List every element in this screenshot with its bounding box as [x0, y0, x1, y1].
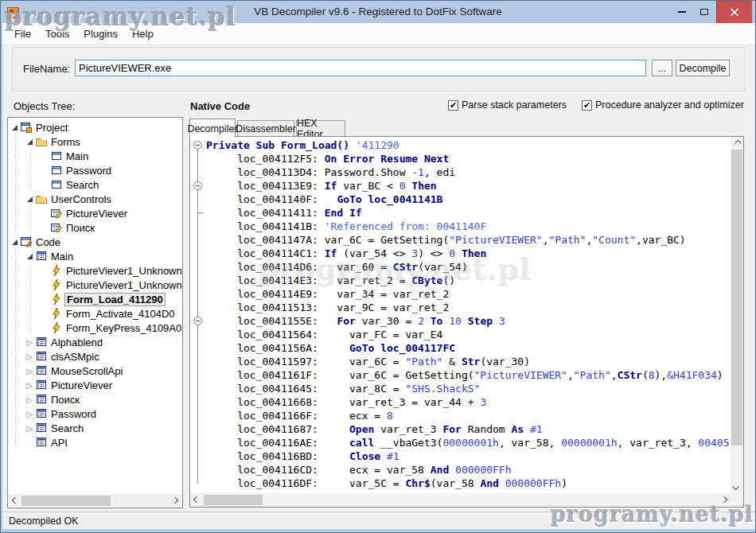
parse-stack-checkbox-row: ✔ Parse stack parameters: [448, 99, 567, 111]
code-line[interactable]: loc_004116DF: var_5C = Chr$(var_58 And 0…: [206, 477, 731, 490]
parse-stack-checkbox[interactable]: ✔: [448, 100, 458, 111]
code-line[interactable]: loc_004113E9: If var_BC < 0 Then: [206, 179, 731, 193]
code-line[interactable]: loc_004113D4: Password.Show -1, edi: [206, 165, 731, 179]
expand-arrow-icon[interactable]: ▷: [24, 410, 35, 418]
close-button[interactable]: [716, 1, 752, 23]
code-line[interactable]: loc_004116AE: call __vbaGet3(00000001h, …: [206, 436, 731, 449]
tree-item[interactable]: ▷clsASMpic: [9, 349, 181, 364]
collapse-arrow-icon[interactable]: [24, 254, 35, 259]
code-vscroll-down-button[interactable]: [731, 480, 743, 493]
browse-button[interactable]: ...: [652, 60, 672, 76]
code-hscrollbar[interactable]: [190, 493, 731, 507]
code-line[interactable]: loc_0041156A: GoTo loc_004117FC: [206, 341, 731, 355]
module-icon: [35, 350, 49, 363]
tree-item[interactable]: Main: [9, 249, 181, 263]
expand-arrow-icon[interactable]: ▷: [24, 338, 35, 347]
tree-item[interactable]: API: [9, 435, 181, 449]
collapse-arrow-icon[interactable]: [24, 139, 35, 145]
tree-item[interactable]: Main: [9, 149, 181, 163]
code-line[interactable]: loc_00411597: var_6C = "Path" & Str(var_…: [206, 355, 731, 368]
tree-item-label: Password: [64, 165, 113, 177]
tree-item-label: API: [49, 437, 69, 449]
expand-arrow-icon[interactable]: ▷: [24, 367, 35, 375]
collapse-arrow-icon[interactable]: [24, 196, 35, 202]
tree-item[interactable]: UserControls: [9, 192, 181, 206]
code-line[interactable]: loc_004114E3: var_ret_2 = CByte(): [206, 274, 731, 287]
expand-arrow-icon[interactable]: ▷: [24, 395, 35, 404]
code-line[interactable]: loc_00411687: Open var_ret_3 For Random …: [206, 422, 731, 436]
decompile-button[interactable]: Decompile: [676, 60, 730, 76]
code-line[interactable]: loc_004116CD: ecx = var_58 And 000000FFh: [206, 463, 731, 477]
optimizer-checkbox[interactable]: ✔: [582, 100, 592, 111]
code-line[interactable]: loc_0041141B: 'Referenced from: 0041140F: [206, 220, 731, 233]
tab-disassembler[interactable]: Disassembler: [237, 120, 294, 137]
tree-item[interactable]: Поиск: [9, 220, 181, 235]
expand-arrow-icon[interactable]: ▷: [24, 424, 35, 433]
code-line[interactable]: loc_004114E9: var_34 = var_ret_2: [206, 287, 731, 301]
tree-item[interactable]: ▷Password: [9, 407, 181, 421]
menu-item-plugins[interactable]: Plugins: [76, 25, 125, 43]
event-icon: [50, 321, 64, 334]
tree-hscroll-right-button[interactable]: [169, 494, 181, 507]
code-line[interactable]: loc_0041155E: For var_30 = 2 To 10 Step …: [206, 314, 731, 328]
code-line[interactable]: loc_00411668: var_ret_3 = var_44 + 3: [206, 395, 731, 409]
menu-item-tools[interactable]: Tools: [38, 25, 76, 43]
code-line[interactable]: loc_004112F5: On Error Resume Next: [206, 152, 731, 165]
tree-item[interactable]: Project: [9, 120, 181, 134]
tree-item[interactable]: ▷PictureViever: [9, 378, 181, 392]
code-hscroll-thumb[interactable]: [204, 495, 263, 505]
tree-item[interactable]: Forms: [9, 134, 181, 149]
code-line[interactable]: loc_00411645: var_8C = "SHS.ShackS": [206, 382, 731, 395]
tree-hscroll-thumb[interactable]: [21, 496, 111, 506]
code-hscroll-right-button[interactable]: [718, 493, 731, 506]
tree-item[interactable]: PictureViever1_UnknownE: [9, 278, 181, 292]
code-line[interactable]: loc_0041161F: var_6C = GetSetting("Pictu…: [206, 368, 731, 382]
tree-indent-guide: [9, 321, 24, 335]
tab-hex-editor[interactable]: HEX Editor: [296, 120, 345, 137]
expand-arrow-icon[interactable]: ▷: [24, 381, 35, 390]
tree-item[interactable]: ▷Alphablend: [9, 335, 181, 349]
filename-input[interactable]: [75, 60, 646, 76]
menu-item-file[interactable]: File: [7, 25, 38, 43]
code-line[interactable]: loc_004114D6: var_60 = CStr(var_54): [206, 260, 731, 274]
tree-item[interactable]: PictureViever: [9, 206, 181, 220]
code-vscroll-thumb[interactable]: [731, 150, 742, 445]
fold-collapse-icon[interactable]: [193, 181, 202, 190]
tree-item[interactable]: Code: [9, 235, 181, 249]
code-hscroll-left-button[interactable]: [190, 493, 203, 506]
tree-item[interactable]: Search: [9, 177, 181, 192]
tree-item[interactable]: Form_KeyPress_4109A0: [9, 321, 181, 335]
code-lines[interactable]: Private Sub Form_Load() '411290 loc_0041…: [206, 138, 731, 493]
tree-hscrollbar[interactable]: [9, 494, 181, 507]
maximize-button[interactable]: [694, 1, 715, 23]
collapse-arrow-icon[interactable]: [9, 239, 20, 245]
tree-item[interactable]: ▷Поиск: [9, 392, 181, 407]
code-line[interactable]: loc_00411411: End If: [206, 206, 731, 220]
code-line[interactable]: loc_00411513: var_9C = var_ret_2: [206, 301, 731, 314]
code-line[interactable]: loc_0041166F: ecx = 8: [206, 409, 731, 422]
code-line[interactable]: Private Sub Form_Load() '411290: [206, 138, 731, 152]
code-line[interactable]: loc_004116BD: Close #1: [206, 449, 731, 463]
code-line[interactable]: loc_004114C1: If (var_54 <> 3) <> 0 Then: [206, 247, 731, 260]
code-vscrollbar[interactable]: [731, 137, 743, 493]
code-vscroll-up-button[interactable]: [731, 137, 743, 150]
expand-arrow-icon[interactable]: ▷: [24, 352, 35, 361]
code-line[interactable]: loc_0041147A: var_6C = GetSetting("Pictu…: [206, 233, 731, 247]
tree-item[interactable]: ▷MouseScrollApi: [9, 364, 181, 378]
tree-item[interactable]: Form_Activate_4104D0: [9, 306, 181, 321]
code-line[interactable]: loc_00411564: var_FC = var_E4: [206, 328, 731, 341]
minimize-button[interactable]: [672, 1, 692, 23]
tree-item[interactable]: Form_Load_411290: [9, 292, 181, 306]
tree-item[interactable]: Password: [9, 163, 181, 177]
tree-item[interactable]: PictureViever1_UnknownE: [9, 263, 181, 278]
fold-collapse-icon[interactable]: [193, 317, 202, 325]
tab-decompiler[interactable]: Decompiler: [189, 119, 236, 138]
menu-item-help[interactable]: Help: [125, 25, 161, 43]
tree-item[interactable]: ▷Search: [9, 421, 181, 435]
title-bar[interactable]: VB Decompiler v9.6 - Registered to DotFi…: [1, 1, 755, 23]
tree-indent-guide: [9, 249, 24, 263]
code-line[interactable]: loc_0041140F: GoTo loc_0041141B: [206, 193, 731, 206]
fold-collapse-icon[interactable]: [193, 141, 202, 150]
tree-hscroll-left-button[interactable]: [9, 494, 21, 507]
collapse-arrow-icon[interactable]: [9, 125, 20, 130]
